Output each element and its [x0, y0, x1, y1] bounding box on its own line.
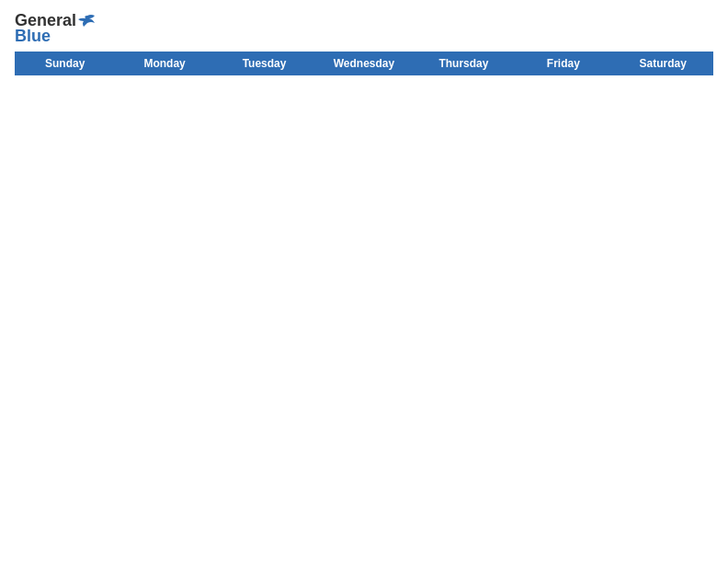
day-header-sunday: Sunday [16, 52, 115, 75]
calendar-table: SundayMondayTuesdayWednesdayThursdayFrid… [15, 52, 713, 75]
day-header-tuesday: Tuesday [214, 52, 313, 75]
logo-bird-icon [78, 14, 97, 29]
day-header-wednesday: Wednesday [314, 52, 414, 75]
logo-blue-text: Blue [15, 27, 51, 46]
day-header-monday: Monday [115, 52, 214, 75]
day-header-saturday: Saturday [613, 52, 712, 75]
logo: General Blue [15, 11, 97, 46]
day-header-thursday: Thursday [414, 52, 513, 75]
day-header-friday: Friday [514, 52, 613, 75]
